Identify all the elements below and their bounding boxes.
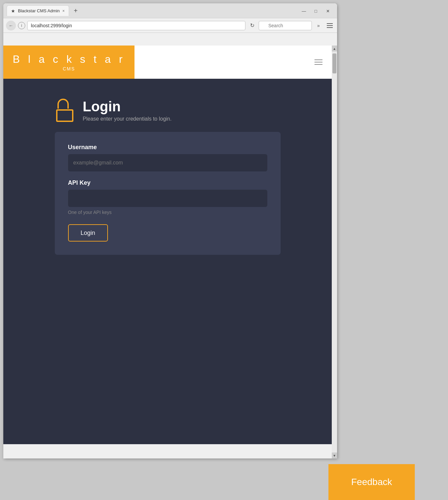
browser-window: ★ Blackstar CMS Admin × + — □ ✕ ← i ↻ 🔍 … [3,3,337,458]
apikey-label: API Key [68,179,267,186]
url-input[interactable] [27,21,245,30]
reload-button[interactable]: ↻ [247,21,257,30]
scroll-track [332,52,336,452]
lock-shackle [57,99,69,109]
login-header: Login Please enter your credentials to l… [55,99,172,122]
minimize-button[interactable]: — [299,7,309,15]
logo-title: B l a c k s t a r [13,53,125,65]
hamburger-line-1 [314,59,322,60]
new-tab-button[interactable]: + [70,5,81,16]
tab-star-icon: ★ [11,8,15,14]
close-button[interactable]: ✕ [323,7,332,15]
hamburger-menu-button[interactable] [314,59,322,65]
address-bar: ← i ↻ 🔍 » [3,18,337,33]
tab-title: Blackstar CMS Admin [18,8,60,13]
tab-close-button[interactable]: × [62,9,65,13]
hamburger-line-3 [314,64,322,65]
window-controls: — □ ✕ [299,7,332,15]
login-form-card: Username API Key One of your API keys Lo… [55,132,281,255]
menu-line-2 [327,25,333,26]
browser-tab[interactable]: ★ Blackstar CMS Admin × [7,5,69,16]
maximize-button[interactable]: □ [311,7,320,15]
site-header: B l a c k s t a r CMS [3,46,332,79]
main-content: Login Please enter your credentials to l… [3,79,332,444]
header-nav [134,46,332,79]
scroll-up-button[interactable]: ▲ [332,46,337,51]
login-subtitle: Please enter your credentials to login. [83,116,172,122]
logo-subtitle: CMS [63,66,75,71]
scroll-down-button[interactable]: ▼ [332,452,337,458]
menu-button[interactable] [325,21,334,30]
scrollbar: ▲ ▼ [332,46,337,458]
lock-body [56,109,73,122]
info-button[interactable]: i [18,22,25,29]
menu-line-3 [327,27,333,28]
username-input[interactable] [68,154,267,171]
username-label: Username [68,144,267,151]
lock-icon [55,99,75,122]
logo-section: B l a c k s t a r CMS [3,46,134,79]
login-button[interactable]: Login [68,224,108,242]
chevron-button[interactable]: » [314,21,323,30]
back-arrow-icon: ← [9,23,13,28]
search-input[interactable] [259,21,312,30]
hamburger-line-2 [314,62,322,62]
page-content: B l a c k s t a r CMS [3,46,332,458]
login-title: Login [83,99,172,115]
login-title-section: Login Please enter your credentials to l… [83,99,172,122]
apikey-input[interactable] [68,190,267,207]
search-wrapper: 🔍 [259,21,312,30]
info-icon: i [21,23,22,28]
apikey-hint: One of your API keys [68,210,267,215]
scroll-thumb[interactable] [332,53,336,73]
back-button[interactable]: ← [6,21,16,31]
feedback-button[interactable]: Feedback [328,464,415,500]
menu-line-1 [327,23,333,24]
title-bar: ★ Blackstar CMS Admin × + — □ ✕ [3,3,337,18]
